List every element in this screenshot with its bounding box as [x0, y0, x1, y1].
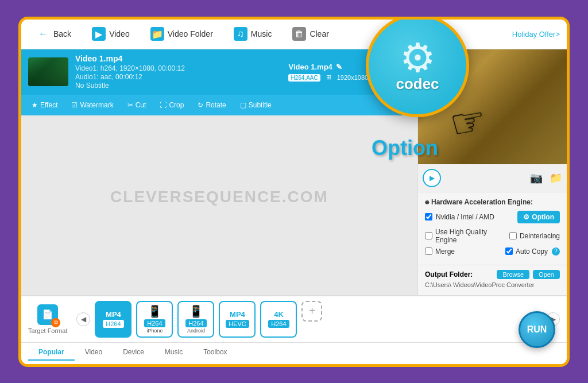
- add-format-button[interactable]: +: [301, 301, 322, 322]
- codec-text: codec: [396, 75, 439, 93]
- target-format[interactable]: 📄 ⚙ Target Format: [28, 304, 67, 334]
- clear-button[interactable]: 🗑 Clear: [284, 24, 336, 44]
- 4k-top: 4K: [274, 310, 284, 319]
- format-cards: MP4 H264 📱 H264 iPhone 📱 H264 Android MP…: [95, 301, 541, 338]
- target-format-icon: 📄 ⚙: [37, 304, 58, 325]
- format-card-android[interactable]: 📱 H264 Android: [177, 301, 214, 338]
- nvidia-checkbox-area: Nvidia / Intel / AMD: [425, 213, 494, 221]
- tab-music[interactable]: Music: [154, 345, 193, 361]
- format-top-label: MP4: [106, 310, 121, 319]
- format-card-mp4-h264[interactable]: MP4 H264: [95, 301, 131, 338]
- back-label: Back: [53, 29, 71, 38]
- holiday-offer-link[interactable]: Holiday Offer>: [512, 30, 560, 38]
- cut-button[interactable]: ✂ Cut: [122, 99, 152, 111]
- auto-copy-item: Auto Copy ?: [505, 247, 560, 256]
- output-label-row: Output Folder: Browse Open: [425, 270, 560, 279]
- video-icon: ▶: [92, 27, 106, 41]
- deinterlacing-item: Deinterlacing: [509, 232, 560, 240]
- file-name: Video 1.mp4: [75, 54, 281, 63]
- option-overlay-label: Option: [372, 136, 438, 160]
- format-row: 📄 ⚙ Target Format ◀ MP4 H264 📱 H264 iPho…: [21, 296, 567, 342]
- format-card-mp4-hevc[interactable]: MP4 HEVC: [219, 301, 256, 338]
- video-button[interactable]: ▶ Video: [84, 24, 138, 44]
- auto-copy-checkbox[interactable]: [505, 247, 513, 255]
- tab-popular[interactable]: Popular: [28, 345, 75, 361]
- file-info: Video 1.mp4 Video1: h264, 1920×1080, 00:…: [75, 54, 281, 90]
- auto-copy-label: Auto Copy: [516, 247, 548, 256]
- open-button[interactable]: Open: [533, 270, 560, 279]
- output-folder-section: Output Folder: Browse Open C:\Users\ \Vi…: [418, 265, 567, 293]
- merge-item: Merge: [425, 247, 455, 256]
- effect-icon: ★: [32, 101, 38, 109]
- app-window: ← Back ▶ Video 📁 Video Folder ♫ Music 🗑 …: [18, 17, 570, 367]
- output-folder-label: Output Folder:: [425, 270, 473, 278]
- subtitle-button[interactable]: ▢ Subtitle: [234, 99, 277, 111]
- music-button[interactable]: ♫ Music: [226, 24, 280, 44]
- target-format-label: Target Format: [28, 327, 67, 334]
- music-icon: ♫: [234, 27, 247, 41]
- nvidia-row: Nvidia / Intel / AMD ⚙ Option: [425, 211, 560, 223]
- crop-icon: ⛶: [160, 101, 167, 109]
- video-folder-button[interactable]: 📁 Video Folder: [142, 24, 221, 44]
- video-label: Video: [109, 29, 130, 38]
- back-icon: ←: [36, 27, 50, 41]
- clear-icon: 🗑: [292, 27, 306, 41]
- clear-label: Clear: [310, 29, 328, 38]
- format-tabs: Popular Video Device Music Toolbox: [21, 342, 567, 363]
- format-card-4k[interactable]: 4K H264: [260, 301, 297, 338]
- video-folder-label: Video Folder: [168, 29, 213, 38]
- format-bar: 📄 ⚙ Target Format ◀ MP4 H264 📱 H264 iPho…: [21, 295, 567, 364]
- output-buttons: Browse Open: [497, 270, 560, 279]
- gear-icon: ⚙: [523, 213, 529, 221]
- music-label: Music: [251, 29, 272, 38]
- edit-icon[interactable]: ✎: [336, 63, 342, 71]
- rotate-button[interactable]: ↻ Rotate: [192, 99, 231, 111]
- play-button[interactable]: ▶: [423, 169, 441, 187]
- iphone-icon: 📱: [148, 304, 162, 318]
- file-bar: Video 1.mp4 Video1: h264, 1920×1080, 00:…: [21, 49, 417, 95]
- android-icon: 📱: [189, 304, 203, 318]
- auto-copy-help[interactable]: ?: [552, 247, 560, 256]
- folder-icon: 📁: [150, 27, 164, 41]
- watermark-text: CLEVERSEQUENCE.COM: [110, 188, 328, 206]
- tab-device[interactable]: Device: [113, 345, 154, 361]
- audio-info: Audio1: aac, 00:00:12: [75, 73, 281, 81]
- crop-button[interactable]: ⛶ Crop: [154, 99, 189, 111]
- preview-controls: ▶ 📷 📁: [418, 164, 567, 192]
- sub-toolbar: ★ Effect ☑ Watermark ✂ Cut ⛶ Crop ↻ Ro: [21, 95, 417, 115]
- option-button[interactable]: ⚙ Option: [517, 211, 560, 223]
- file-thumbnail: [28, 57, 68, 86]
- effect-button[interactable]: ★ Effect: [26, 99, 63, 111]
- deinterlacing-checkbox[interactable]: [509, 232, 517, 239]
- high-quality-checkbox[interactable]: [425, 232, 432, 239]
- folder-open-button[interactable]: 📁: [550, 172, 562, 184]
- gear-badge: ⚙: [51, 318, 60, 327]
- tab-video[interactable]: Video: [75, 345, 113, 361]
- back-button[interactable]: ← Back: [28, 24, 79, 44]
- tab-toolbox[interactable]: Toolbox: [193, 345, 237, 361]
- android-label: Android: [187, 328, 205, 334]
- subtitle-icon: ▢: [240, 101, 246, 109]
- toolbar: ← Back ▶ Video 📁 Video Folder ♫ Music 🗑 …: [21, 20, 567, 49]
- watermark-button[interactable]: ☑ Watermark: [65, 99, 119, 111]
- mp4-hevc-bot: HEVC: [226, 320, 249, 328]
- hardware-icon: ⎈: [425, 198, 429, 206]
- resolution-icon: ⊞: [326, 73, 331, 81]
- 4k-bot: H264: [268, 320, 289, 328]
- left-panel: Video 1.mp4 Video1: h264, 1920×1080, 00:…: [21, 49, 417, 295]
- watermark-area: CLEVERSEQUENCE.COM: [21, 99, 417, 295]
- format-card-iphone[interactable]: 📱 H264 iPhone: [136, 301, 173, 338]
- nvidia-checkbox[interactable]: [425, 213, 432, 220]
- output-path: C:\Users\ \Videos\VideoProc Converter: [425, 281, 560, 288]
- mp4-hevc-top: MP4: [230, 310, 245, 319]
- iphone-codec: H264: [144, 319, 165, 327]
- run-button[interactable]: RUN: [519, 311, 555, 348]
- merge-checkbox[interactable]: [425, 247, 432, 255]
- hardware-title: ⎈ Hardware Acceleration Engine:: [425, 198, 560, 206]
- main-area: Video 1.mp4 Video1: h264, 1920×1080, 00:…: [21, 49, 567, 295]
- nav-left-arrow[interactable]: ◀: [76, 312, 90, 326]
- snapshot-button[interactable]: 📷: [530, 172, 543, 184]
- nvidia-label: Nvidia / Intel / AMD: [436, 213, 494, 221]
- hardware-section: ⎈ Hardware Acceleration Engine: Nvidia /…: [418, 192, 567, 265]
- browse-button[interactable]: Browse: [497, 270, 529, 279]
